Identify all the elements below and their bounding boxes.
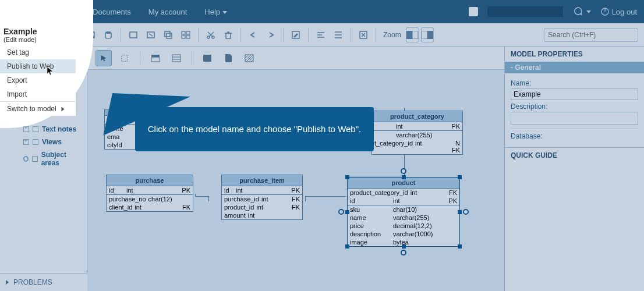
resize-handle[interactable] [458, 175, 462, 179]
prop-name-label: Name: [511, 79, 638, 87]
tool-area[interactable] [241, 50, 257, 66]
tb-undo-icon[interactable] [246, 27, 261, 42]
tb-fit-icon[interactable] [356, 27, 371, 42]
svg-rect-22 [186, 36, 190, 38]
svg-rect-18 [167, 33, 172, 38]
quick-guide-header[interactable]: QUICK GUIDE [505, 147, 644, 163]
separator [376, 29, 376, 41]
entity-product-category[interactable]: product_category intPK varchar(255) t_ca… [371, 111, 463, 155]
resize-handle[interactable] [402, 244, 406, 249]
nav-chat-icon[interactable] [572, 6, 591, 17]
resize-handle[interactable] [345, 175, 349, 179]
relationship-line [305, 196, 306, 201]
tb-zoom-split-left[interactable] [406, 27, 419, 42]
resize-handle[interactable] [458, 244, 462, 249]
model-name-dropdown[interactable]: Example (Edit mode) [3, 27, 37, 43]
properties-header: MODEL PROPERTIES [505, 47, 644, 62]
tb-zoom-split-right[interactable] [421, 27, 434, 42]
resize-handle[interactable] [458, 210, 462, 214]
entity-title: product_category [372, 111, 462, 122]
tool-table-rows[interactable] [168, 50, 185, 66]
divider [511, 128, 638, 129]
bullet-icon [23, 156, 29, 162]
canvas-toolbar [87, 47, 504, 70]
zoom-label: Zoom [383, 31, 401, 39]
separator [283, 29, 284, 41]
avatar-icon[interactable] [469, 7, 478, 16]
tb-align-left-icon[interactable] [313, 27, 328, 42]
menu-item-switch-model[interactable]: Switch to model [0, 101, 76, 116]
menu-item-set-tag[interactable]: Set tag [0, 45, 76, 59]
tool-pointer[interactable] [95, 50, 112, 66]
prop-db-label: Database: [511, 132, 638, 140]
tb-distribute-icon[interactable] [331, 27, 346, 42]
svg-rect-38 [406, 31, 412, 39]
tool-view[interactable] [199, 50, 215, 66]
resize-handle[interactable] [402, 175, 406, 179]
svg-rect-21 [182, 36, 185, 38]
connector-handle[interactable] [401, 168, 406, 174]
search-input[interactable] [544, 28, 638, 42]
resize-handle[interactable] [345, 210, 349, 214]
nav-documents[interactable]: Documents [93, 8, 131, 16]
properties-panel: MODEL PROPERTIES - General Name: Descrip… [504, 47, 644, 291]
menu-item-export[interactable]: Export [0, 73, 76, 87]
resize-handle[interactable] [345, 244, 349, 249]
prop-desc-input[interactable] [511, 112, 638, 125]
expand-icon [23, 139, 29, 145]
nav-help[interactable]: Help [204, 8, 227, 16]
separator [140, 52, 140, 65]
svg-rect-17 [165, 31, 170, 37]
nav-my-account[interactable]: My account [148, 8, 187, 16]
folder-icon [33, 139, 38, 145]
separator [308, 29, 309, 41]
sidebar-item-views[interactable]: Views [0, 136, 87, 148]
tb-new-entity-icon[interactable] [126, 27, 141, 42]
relationship-line [305, 196, 346, 197]
tb-edit-icon[interactable] [288, 27, 303, 42]
svg-rect-49 [245, 55, 253, 62]
top-nav: Vertabelo Documents My account Help Log … [0, 0, 644, 23]
logout-label: Log out [612, 8, 637, 16]
tb-redo-icon[interactable] [263, 27, 278, 42]
tb-trash-icon[interactable] [221, 27, 236, 42]
properties-section-general[interactable]: - General [505, 62, 644, 73]
menu-item-import[interactable]: Import [0, 87, 76, 101]
sidebar-item-subjectareas[interactable]: Subject areas [0, 148, 87, 169]
nav-right: Log out [469, 6, 637, 17]
relationship-line [195, 196, 208, 197]
svg-rect-27 [226, 33, 231, 38]
problems-panel-header[interactable]: PROBLEMS [0, 273, 87, 291]
tb-delete-entity-icon[interactable] [143, 27, 158, 42]
svg-line-16 [149, 34, 153, 36]
relationship-line [346, 176, 405, 176]
tb-multi-entity-icon[interactable] [178, 27, 193, 42]
svg-point-13 [105, 31, 111, 34]
tool-marquee[interactable] [116, 50, 133, 66]
tb-copy-entity-icon[interactable] [161, 27, 176, 42]
tb-cut-icon[interactable] [203, 27, 218, 42]
svg-rect-45 [172, 55, 181, 62]
chevron-down-icon [222, 11, 227, 14]
entity-product[interactable]: product product_category_idintFK idintPK… [347, 177, 460, 247]
connector-handle[interactable] [338, 209, 344, 215]
entity-purchase[interactable]: purchase idintPK purchase_nochar(12) cli… [106, 175, 193, 212]
chevron-right-icon [62, 107, 65, 112]
chevron-down-icon [586, 10, 591, 13]
tutorial-callout: Click on the model name and choose "Publ… [135, 107, 374, 151]
nav-logout[interactable]: Log out [600, 7, 637, 16]
entity-purchase-item[interactable]: purchase_item idintPK purchase_idintFK p… [221, 175, 303, 220]
tool-note[interactable] [220, 50, 236, 66]
connector-handle[interactable] [463, 209, 469, 215]
model-context-menu: Set tag Publish to Web Export Import Swi… [0, 45, 76, 116]
tool-table-header[interactable] [147, 50, 164, 66]
entity-title: purchase_item [222, 175, 302, 186]
separator [198, 29, 199, 41]
tb-sql-icon[interactable] [101, 27, 116, 42]
cursor-icon [47, 66, 54, 76]
prop-name-input[interactable] [511, 88, 638, 100]
svg-rect-43 [151, 55, 160, 57]
connector-handle[interactable] [401, 250, 406, 255]
menu-item-publish-to-web[interactable]: Publish to Web [0, 59, 76, 73]
svg-rect-39 [412, 31, 418, 39]
